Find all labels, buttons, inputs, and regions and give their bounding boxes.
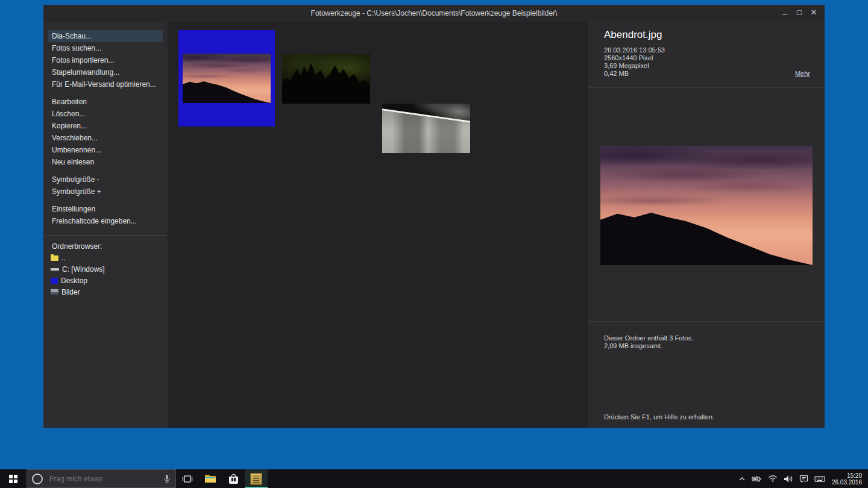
file-explorer-button[interactable] — [199, 469, 222, 488]
start-button[interactable] — [0, 469, 27, 488]
maximize-button[interactable]: □ — [792, 5, 807, 22]
thumbnail-asphalt[interactable] — [382, 104, 470, 153]
show-hidden-icons-button[interactable] — [735, 469, 749, 488]
menu-group-main: Dia-Schau... Fotos suchen... Fotos impor… — [43, 30, 168, 90]
sidebar-item-loeschen[interactable]: Löschen... — [43, 108, 163, 120]
folder-item-label: C: [Windows] — [62, 265, 105, 274]
search-input[interactable] — [48, 474, 158, 484]
chevron-up-icon — [738, 477, 746, 481]
folder-item-c-drive[interactable]: C: [Windows] — [43, 264, 168, 275]
photo-filename: Abendrot.jpg — [604, 29, 662, 41]
titlebar[interactable]: Fotowerkzeuge - C:\Users\Jochen\Document… — [43, 5, 825, 22]
taskbar: 15:20 26.03.2016 — [0, 469, 868, 488]
taskbar-clock[interactable]: 15:20 26.03.2016 — [828, 472, 868, 486]
menu-group-edit: Bearbeiten Löschen... Kopieren... Versch… — [43, 96, 168, 168]
folder-item-bilder[interactable]: Bilder — [43, 287, 168, 298]
folder-size-text: 2,09 MB insgesamt. — [604, 342, 662, 350]
volume-button[interactable] — [781, 469, 796, 488]
more-link[interactable]: Mehr — [795, 70, 810, 77]
window-controls: _ □ ✕ — [778, 5, 821, 22]
sidebar-item-stapelumwandlung[interactable]: Stapelumwandlung... — [43, 66, 163, 78]
action-center-button[interactable] — [796, 469, 811, 488]
help-hint-text: Drücken Sie F1, um Hilfe zu erhalten. — [604, 413, 714, 421]
folder-item-desktop[interactable]: Desktop — [43, 275, 168, 286]
sidebar: Dia-Schau... Fotos suchen... Fotos impor… — [43, 22, 168, 428]
drive-icon — [51, 268, 59, 271]
sidebar-item-bearbeiten[interactable]: Bearbeiten — [43, 96, 163, 108]
folder-item-label: Desktop — [61, 277, 87, 285]
folder-item-up[interactable]: .. — [43, 252, 168, 263]
thumbnail-abendrot-selected[interactable] — [178, 30, 275, 127]
sidebar-item-fotos-importieren[interactable]: Fotos importieren... — [43, 54, 163, 66]
folder-count-text: Dieser Ordner enthält 3 Fotos. — [604, 334, 693, 342]
thumbnail-abendrot-image — [183, 54, 271, 103]
folder-item-label: .. — [61, 254, 66, 262]
window-title: Fotowerkzeuge - C:\Users\Jochen\Document… — [43, 5, 825, 22]
store-icon — [229, 477, 238, 484]
menu-group-settings: Einstellungen Freischaltcode eingeben... — [43, 203, 168, 227]
preview-section — [588, 88, 825, 322]
windows-logo-icon — [9, 475, 17, 483]
app-window: Fotowerkzeuge - C:\Users\Jochen\Document… — [43, 5, 825, 428]
photo-datetime: 26.03.2016 13:05:53 — [604, 46, 665, 54]
system-tray: 15:20 26.03.2016 — [735, 469, 868, 488]
sidebar-item-freischaltcode[interactable]: Freischaltcode eingeben... — [43, 215, 163, 227]
sidebar-item-verschieben[interactable]: Verschieben... — [43, 132, 163, 144]
sidebar-item-kopieren[interactable]: Kopieren... — [43, 120, 163, 132]
details-panel: Abendrot.jpg 26.03.2016 13:05:53 2560x14… — [588, 22, 825, 428]
sidebar-item-symbolgroesse-plus[interactable]: Symbolgröße + — [43, 186, 163, 198]
sidebar-item-email-optimieren[interactable]: Für E-Mail-Versand optimieren... — [43, 78, 163, 90]
photo-filesize: 0,42 MB — [604, 70, 629, 78]
folder-browser-label: Ordnerbrowser: — [43, 241, 168, 252]
menu-group-zoom: Symbolgröße - Symbolgröße + — [43, 174, 168, 198]
wifi-icon — [768, 475, 778, 483]
sidebar-item-einstellungen[interactable]: Einstellungen — [43, 203, 163, 215]
battery-button[interactable] — [749, 469, 765, 488]
file-explorer-icon — [205, 475, 216, 483]
photo-info-section: Abendrot.jpg 26.03.2016 13:05:53 2560x14… — [588, 22, 825, 88]
close-button[interactable]: ✕ — [807, 5, 821, 22]
sidebar-item-dia-schau[interactable]: Dia-Schau... — [48, 30, 163, 42]
photo-dimensions: 2560x1440 Pixel — [604, 54, 653, 62]
photo-megapixels: 3,69 Megapixel — [604, 62, 649, 70]
fotowerkzeuge-app-button[interactable] — [245, 469, 268, 488]
folder-stats-section: Dieser Ordner enthält 3 Fotos. 2,09 MB i… — [588, 322, 825, 428]
minimize-button[interactable]: _ — [778, 5, 792, 22]
clock-time: 15:20 — [832, 472, 862, 479]
sidebar-divider — [43, 235, 168, 236]
cortana-icon — [32, 474, 43, 484]
network-button[interactable] — [765, 469, 781, 488]
action-center-icon — [799, 475, 808, 483]
speaker-icon — [784, 475, 793, 483]
task-view-icon — [181, 475, 193, 483]
cortana-search-box[interactable] — [27, 469, 176, 488]
folder-item-label: Bilder — [61, 288, 80, 296]
desktop-icon — [51, 278, 58, 284]
microphone-icon[interactable] — [163, 474, 171, 484]
photo-preview[interactable] — [600, 146, 813, 265]
keyboard-icon — [814, 475, 825, 483]
pictures-icon — [51, 289, 58, 295]
store-button[interactable] — [222, 469, 245, 488]
task-view-button[interactable] — [176, 469, 199, 488]
sidebar-item-umbenennen[interactable]: Umbenennen... — [43, 144, 163, 156]
sidebar-item-fotos-suchen[interactable]: Fotos suchen... — [43, 42, 163, 54]
fotowerkzeuge-app-icon — [250, 473, 262, 485]
desktop: { "window": { "title": "Fotowerkzeuge - … — [0, 0, 868, 488]
battery-icon — [752, 475, 762, 483]
touch-keyboard-button[interactable] — [811, 469, 828, 488]
clock-date: 26.03.2016 — [832, 479, 862, 486]
sidebar-item-symbolgroesse-minus[interactable]: Symbolgröße - — [43, 174, 163, 186]
thumbnail-trees[interactable] — [282, 54, 370, 104]
folder-up-icon — [51, 255, 58, 261]
sidebar-item-neu-einlesen[interactable]: Neu einlesen — [43, 156, 163, 168]
thumbnail-grid — [168, 22, 588, 428]
